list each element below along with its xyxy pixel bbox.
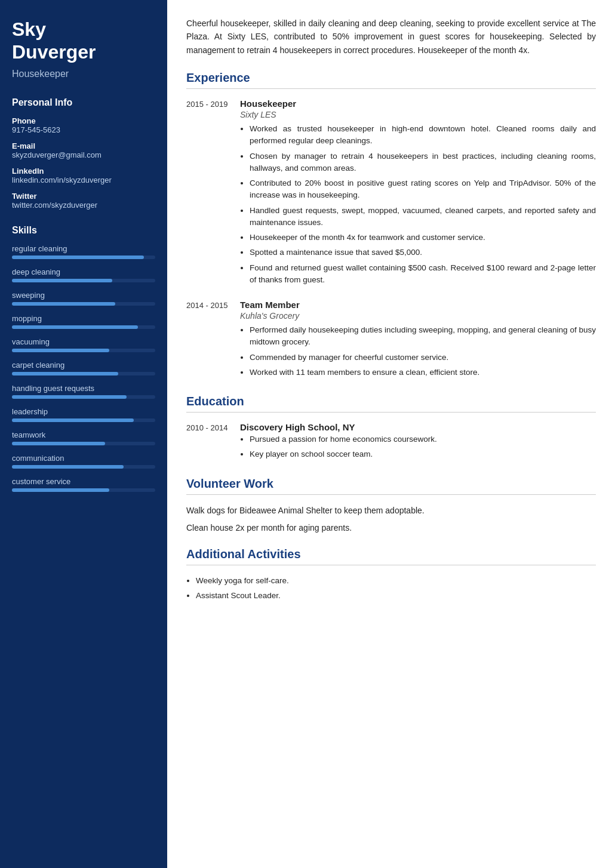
entry-content: Team Member Kuhla's Grocery Performed da… bbox=[240, 300, 596, 381]
entry-date: 2010 - 2014 bbox=[186, 422, 240, 464]
skill-name: mopping bbox=[12, 314, 155, 323]
entry-content: Housekeeper Sixty LES Worked as trusted … bbox=[240, 99, 596, 289]
skill-item: communication bbox=[12, 454, 155, 469]
job-title: Team Member bbox=[240, 300, 596, 310]
experience-entries: 2015 - 2019 Housekeeper Sixty LES Worked… bbox=[186, 99, 596, 381]
twitter-label: Twitter bbox=[12, 192, 155, 201]
skill-bar-fill bbox=[12, 302, 115, 306]
skill-item: handling guest requests bbox=[12, 384, 155, 399]
skill-name: communication bbox=[12, 454, 155, 463]
phone-label: Phone bbox=[12, 116, 155, 125]
bullet-item: Key player on school soccer team. bbox=[250, 448, 596, 460]
skill-bar-fill bbox=[12, 325, 138, 329]
additional-list: Weekly yoga for self-care.Assistant Scou… bbox=[186, 575, 596, 602]
skill-item: carpet cleaning bbox=[12, 361, 155, 375]
skill-item: customer service bbox=[12, 477, 155, 492]
entry-bullets: Performed daily housekeeping duties incl… bbox=[240, 324, 596, 378]
email-value: skyzduverger@gmail.com bbox=[12, 150, 155, 159]
volunteer-line: Walk dogs for Bideawee Animal Shelter to… bbox=[186, 504, 596, 517]
skill-name: sweeping bbox=[12, 291, 155, 300]
skill-name: carpet cleaning bbox=[12, 361, 155, 370]
bullet-item: Pursued a passion for home economics cou… bbox=[250, 433, 596, 445]
first-name: Sky bbox=[12, 19, 46, 40]
skill-bar-fill bbox=[12, 418, 134, 422]
skill-item: regular cleaning bbox=[12, 244, 155, 259]
skill-name: customer service bbox=[12, 477, 155, 486]
main-content: Cheerful housekeeper, skilled in daily c… bbox=[167, 0, 615, 868]
company-name: Kuhla's Grocery bbox=[240, 311, 596, 321]
skills-list: regular cleaning deep cleaning sweeping … bbox=[12, 244, 155, 492]
skill-bar-bg bbox=[12, 325, 155, 329]
experience-entry: 2015 - 2019 Housekeeper Sixty LES Worked… bbox=[186, 99, 596, 289]
skill-bar-bg bbox=[12, 395, 155, 399]
additional-bullet: Weekly yoga for self-care. bbox=[196, 575, 596, 587]
linkedin-item: LinkedIn linkedin.com/in/skyzduverger bbox=[12, 167, 155, 184]
bullet-item: Housekeeper of the month 4x for teamwork… bbox=[250, 232, 596, 244]
resume-wrapper: Sky Duverger Housekeeper Personal Info P… bbox=[0, 0, 615, 868]
additional-section: Additional Activities Weekly yoga for se… bbox=[186, 547, 596, 602]
sidebar: Sky Duverger Housekeeper Personal Info P… bbox=[0, 0, 167, 868]
volunteer-lines: Walk dogs for Bideawee Animal Shelter to… bbox=[186, 504, 596, 534]
entry-date: 2014 - 2015 bbox=[186, 300, 240, 381]
entry-bullets: Pursued a passion for home economics cou… bbox=[240, 433, 596, 461]
candidate-title: Housekeeper bbox=[12, 69, 155, 79]
experience-entry: 2014 - 2015 Team Member Kuhla's Grocery … bbox=[186, 300, 596, 381]
skill-name: handling guest requests bbox=[12, 384, 155, 393]
school-name: Discovery High School, NY bbox=[240, 422, 596, 432]
bullet-item: Worked with 11 team members to ensure a … bbox=[250, 367, 596, 378]
experience-section: Experience 2015 - 2019 Housekeeper Sixty… bbox=[186, 71, 596, 381]
entry-date: 2015 - 2019 bbox=[186, 99, 240, 289]
skill-name: regular cleaning bbox=[12, 244, 155, 253]
personal-info-heading: Personal Info bbox=[12, 97, 155, 108]
skill-bar-bg bbox=[12, 418, 155, 422]
bullet-item: Handled guest requests, swept, mopped, v… bbox=[250, 205, 596, 229]
skill-bar-bg bbox=[12, 465, 155, 469]
bullet-item: Commended by manager for cheerful custom… bbox=[250, 352, 596, 364]
skill-name: vacuuming bbox=[12, 337, 155, 346]
summary: Cheerful housekeeper, skilled in daily c… bbox=[186, 17, 596, 57]
additional-heading: Additional Activities bbox=[186, 547, 596, 565]
skill-name: leadership bbox=[12, 407, 155, 416]
skill-bar-fill bbox=[12, 349, 109, 352]
bullet-item: Found and returned guest wallet containi… bbox=[250, 262, 596, 287]
company-name: Sixty LES bbox=[240, 110, 596, 119]
skill-bar-bg bbox=[12, 349, 155, 352]
linkedin-value: linkedin.com/in/skyzduverger bbox=[12, 176, 155, 184]
email-item: E-mail skyzduverger@gmail.com bbox=[12, 141, 155, 159]
skill-item: vacuuming bbox=[12, 337, 155, 352]
skill-bar-bg bbox=[12, 372, 155, 375]
skill-item: deep cleaning bbox=[12, 267, 155, 282]
skill-bar-bg bbox=[12, 442, 155, 445]
phone-item: Phone 917-545-5623 bbox=[12, 116, 155, 134]
skill-item: mopping bbox=[12, 314, 155, 329]
skill-name: deep cleaning bbox=[12, 267, 155, 276]
twitter-item: Twitter twitter.com/skyzduverger bbox=[12, 192, 155, 210]
education-section: Education 2010 - 2014 Discovery High Sch… bbox=[186, 395, 596, 464]
phone-value: 917-545-5623 bbox=[12, 125, 155, 134]
education-entries: 2010 - 2014 Discovery High School, NY Pu… bbox=[186, 422, 596, 464]
volunteer-heading: Volunteer Work bbox=[186, 477, 596, 495]
job-title: Housekeeper bbox=[240, 99, 596, 109]
entry-bullets: Worked as trusted housekeeper in high-en… bbox=[240, 123, 596, 286]
bullet-item: Chosen by manager to retrain 4 housekeep… bbox=[250, 150, 596, 175]
skill-item: leadership bbox=[12, 407, 155, 422]
volunteer-section: Volunteer Work Walk dogs for Bideawee An… bbox=[186, 477, 596, 534]
skill-bar-fill bbox=[12, 279, 112, 282]
skill-bar-fill bbox=[12, 372, 118, 375]
linkedin-label: LinkedIn bbox=[12, 167, 155, 176]
additional-bullet: Assistant Scout Leader. bbox=[196, 590, 596, 602]
bullet-item: Worked as trusted housekeeper in high-en… bbox=[250, 123, 596, 147]
entry-content: Discovery High School, NY Pursued a pass… bbox=[240, 422, 596, 464]
experience-heading: Experience bbox=[186, 71, 596, 89]
education-heading: Education bbox=[186, 395, 596, 413]
skill-bar-fill bbox=[12, 488, 109, 492]
bullet-item: Spotted a maintenance issue that saved $… bbox=[250, 247, 596, 258]
bullet-item: Performed daily housekeeping duties incl… bbox=[250, 324, 596, 349]
skill-bar-fill bbox=[12, 442, 105, 445]
education-entry: 2010 - 2014 Discovery High School, NY Pu… bbox=[186, 422, 596, 464]
skill-bar-bg bbox=[12, 279, 155, 282]
candidate-name: Sky Duverger bbox=[12, 18, 155, 64]
skill-bar-fill bbox=[12, 465, 124, 469]
bullet-item: Contributed to 20% boost in positive gue… bbox=[250, 177, 596, 202]
skill-bar-fill bbox=[12, 256, 144, 259]
